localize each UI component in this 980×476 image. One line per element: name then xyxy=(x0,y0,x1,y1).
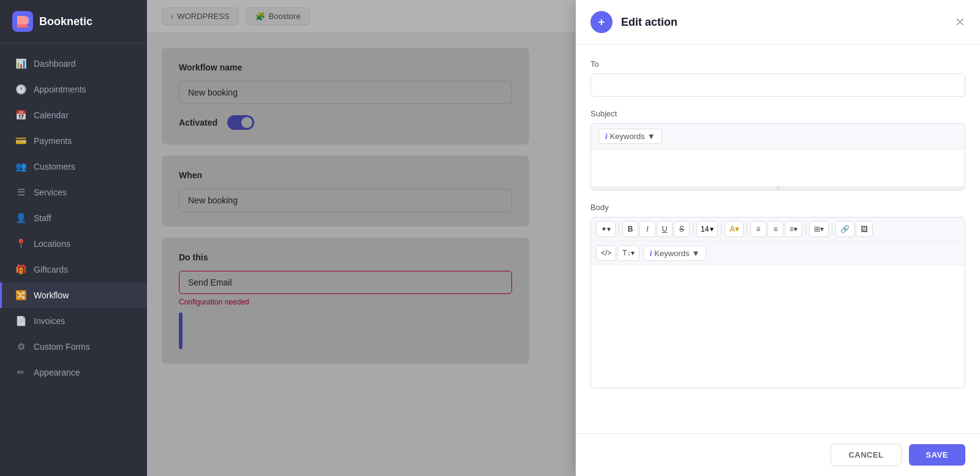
info-icon2: i xyxy=(650,249,652,258)
sidebar-item-custom-forms[interactable]: ⚙ Custom Forms xyxy=(0,334,147,360)
sidebar-item-label: Giftcards xyxy=(34,265,68,274)
sidebar-item-giftcards[interactable]: 🎁 Giftcards xyxy=(0,257,147,282)
save-button[interactable]: SAVE xyxy=(909,444,965,466)
customers-icon: 👥 xyxy=(15,161,26,172)
sidebar-item-services[interactable]: ☰ Services xyxy=(0,179,147,205)
font-color-button[interactable]: A▾ xyxy=(725,221,744,237)
sidebar-item-label: Payments xyxy=(34,136,72,146)
separator xyxy=(619,224,619,235)
sidebar-item-label: Custom Forms xyxy=(34,342,90,352)
info-icon: i xyxy=(605,132,608,141)
sidebar-item-appearance[interactable]: ✏ Appearance xyxy=(0,360,147,385)
calendar-icon: 📅 xyxy=(15,110,26,121)
body-keywords-chevron: ▼ xyxy=(692,249,699,258)
sidebar-item-label: Staff xyxy=(34,213,51,223)
strikethrough-button[interactable]: S xyxy=(674,221,690,237)
sidebar-item-payments[interactable]: 💳 Payments xyxy=(0,128,147,154)
body-label: Body xyxy=(590,203,965,212)
subject-resize-handle xyxy=(591,186,965,190)
italic-button[interactable]: I xyxy=(639,221,655,237)
separator xyxy=(805,224,806,235)
sidebar-item-label: Invoices xyxy=(34,316,65,326)
sidebar-item-calendar[interactable]: 📅 Calendar xyxy=(0,102,147,128)
editor-toolbar-row2: </> T↓▾ i Keywords ▼ xyxy=(591,241,965,265)
locations-icon: 📍 xyxy=(15,238,26,249)
body-content-area[interactable] xyxy=(591,265,965,388)
sidebar-item-label: Locations xyxy=(34,239,70,249)
subject-label: Subject xyxy=(590,109,965,118)
sidebar-item-label: Calendar xyxy=(34,110,69,120)
subject-container: i Keywords ▼ xyxy=(590,123,965,191)
app-name: Booknetic xyxy=(39,15,92,28)
appearance-icon: ✏ xyxy=(15,367,26,378)
align-button[interactable]: ≡▾ xyxy=(785,221,802,237)
sidebar-item-label: Dashboard xyxy=(34,59,76,69)
sidebar-item-workflow[interactable]: 🔀 Workflow xyxy=(0,282,147,308)
ordered-list-button[interactable]: ≡ xyxy=(750,221,766,237)
sidebar-item-label: Services xyxy=(34,187,67,197)
sidebar-item-customers[interactable]: 👥 Customers xyxy=(0,154,147,179)
font-size-value: 14 xyxy=(701,225,709,233)
sidebar-item-appointments[interactable]: 🕐 Appointments xyxy=(0,77,147,102)
sidebar-item-label: Workflow xyxy=(34,290,69,300)
dashboard-icon: 📊 xyxy=(15,58,26,69)
sidebar-logo: Booknetic xyxy=(0,0,147,43)
separator xyxy=(721,224,722,235)
font-size-chevron: ▾ xyxy=(710,225,714,233)
underline-button[interactable]: U xyxy=(657,221,673,237)
services-icon: ☰ xyxy=(15,187,26,198)
edit-panel-title: Edit action xyxy=(621,16,946,29)
bold-button[interactable]: B xyxy=(622,221,638,237)
main-area: ‹ WORDPRESS 🧩 Boostore Workflow name New… xyxy=(147,0,980,476)
editor-toolbar-row1: ✦▾ B I U S 14 ▾ A▾ ≡ ≡ ≡▾ xyxy=(591,217,965,241)
magic-button[interactable]: ✦▾ xyxy=(596,221,616,237)
invoices-icon: 📄 xyxy=(15,315,26,327)
subject-input[interactable] xyxy=(591,149,965,186)
body-editor: ✦▾ B I U S 14 ▾ A▾ ≡ ≡ ≡▾ xyxy=(590,217,965,388)
sidebar-item-staff[interactable]: 👤 Staff xyxy=(0,205,147,231)
sidebar-nav: 📊 Dashboard 🕐 Appointments 📅 Calendar 💳 … xyxy=(0,43,147,476)
close-icon[interactable]: ✕ xyxy=(955,16,965,28)
edit-panel-header: + Edit action ✕ xyxy=(576,0,980,45)
cancel-button[interactable]: CANCEL xyxy=(831,444,901,466)
edit-action-panel: + Edit action ✕ To Subject i Keywords ▼ xyxy=(576,0,980,476)
table-button[interactable]: ⊞▾ xyxy=(809,221,829,237)
code-button[interactable]: </> xyxy=(596,245,616,261)
sidebar-item-label: Customers xyxy=(34,162,75,172)
payments-icon: 💳 xyxy=(15,135,26,146)
keywords-dropdown-icon: ▼ xyxy=(647,132,655,141)
sidebar: Booknetic 📊 Dashboard 🕐 Appointments 📅 C… xyxy=(0,0,147,476)
font-size-button[interactable]: 14 ▾ xyxy=(696,221,718,237)
keywords-label: Keywords xyxy=(610,132,645,141)
sidebar-item-invoices[interactable]: 📄 Invoices xyxy=(0,308,147,334)
link-button[interactable]: 🔗 xyxy=(835,221,854,237)
appointments-icon: 🕐 xyxy=(15,84,26,95)
subject-keywords-button[interactable]: i Keywords ▼ xyxy=(598,129,662,144)
unordered-list-button[interactable]: ≡ xyxy=(767,221,783,237)
staff-icon: 👤 xyxy=(15,213,26,224)
edit-panel-footer: CANCEL SAVE xyxy=(576,433,980,476)
edit-panel-body: To Subject i Keywords ▼ Body xyxy=(576,45,980,433)
image-button[interactable]: 🖼 xyxy=(856,221,873,237)
body-keywords-label: Keywords xyxy=(654,249,689,258)
custom-forms-icon: ⚙ xyxy=(15,341,26,352)
sidebar-item-locations[interactable]: 📍 Locations xyxy=(0,231,147,257)
separator xyxy=(747,224,747,235)
workflow-icon: 🔀 xyxy=(15,290,26,301)
subject-toolbar: i Keywords ▼ xyxy=(591,124,965,149)
sidebar-item-label: Appearance xyxy=(34,368,80,377)
edit-panel-icon: + xyxy=(590,11,612,33)
separator xyxy=(693,224,693,235)
sidebar-item-dashboard[interactable]: 📊 Dashboard xyxy=(0,51,147,77)
booknetic-logo-icon xyxy=(12,11,33,32)
to-label: To xyxy=(590,59,965,69)
sidebar-item-label: Appointments xyxy=(34,85,86,94)
giftcards-icon: 🎁 xyxy=(15,264,26,275)
separator xyxy=(832,224,832,235)
to-input[interactable] xyxy=(590,74,965,97)
body-keywords-button[interactable]: i Keywords ▼ xyxy=(643,246,707,261)
text-style-button[interactable]: T↓▾ xyxy=(617,245,639,261)
